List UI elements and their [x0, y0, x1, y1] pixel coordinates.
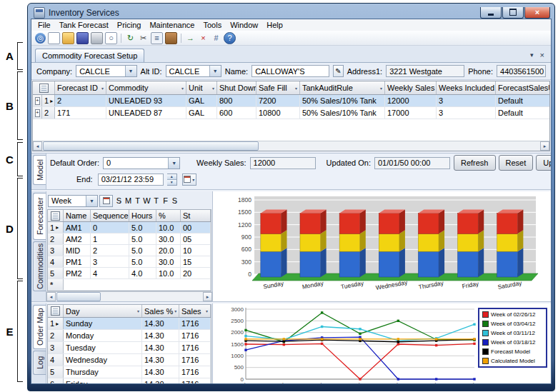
sort-filter-icon[interactable]: ▾: [294, 86, 297, 91]
weekly-sales-field[interactable]: 12000: [250, 157, 316, 169]
weekday-toggle-4[interactable]: T: [151, 196, 161, 205]
close-button[interactable]: ×: [524, 7, 550, 19]
col-header-sales[interactable]: Sales▾: [179, 305, 211, 317]
end-date-field[interactable]: 03/21/12 23:59: [98, 174, 164, 186]
delete-icon[interactable]: ×: [198, 33, 209, 44]
scroll-thumb[interactable]: [43, 141, 259, 151]
col-header-st[interactable]: St: [181, 210, 211, 221]
expand-plus-icon[interactable]: +: [35, 97, 40, 105]
save-icon[interactable]: [76, 32, 89, 44]
scroll-right-button[interactable]: ▸: [203, 292, 212, 301]
tab-order-map[interactable]: Order Map: [33, 305, 46, 349]
daypart-row[interactable]: 3MID25.020.010: [48, 245, 211, 256]
daypart-row[interactable]: 5PM244.010.020: [48, 268, 211, 279]
alt-id-combo[interactable]: CALCLE ▼: [166, 65, 221, 77]
updated-on-field[interactable]: 01/01/50 00:00: [374, 157, 450, 169]
daypart-row[interactable]: 2AM215.030.005: [48, 233, 211, 245]
tab-log[interactable]: Log: [33, 351, 46, 375]
new-icon[interactable]: [48, 32, 60, 44]
default-order-combo[interactable]: 0 ▼: [103, 157, 180, 169]
order-map-row[interactable]: 3Tuesday14.301716: [48, 342, 211, 354]
menu-pricing[interactable]: Pricing: [113, 20, 146, 30]
weekday-toggle-1[interactable]: M: [124, 196, 133, 205]
weekday-toggle-6[interactable]: S: [170, 196, 179, 205]
menu-maintenance[interactable]: Maintenance: [145, 20, 199, 30]
col-header-hours[interactable]: Hours: [129, 210, 156, 221]
scroll-left-button[interactable]: ◂: [46, 292, 56, 301]
sort-filter-icon[interactable]: ▾: [180, 86, 184, 91]
tab-commodities[interactable]: Commodities: [33, 241, 46, 291]
print-icon[interactable]: [91, 32, 103, 44]
order-map-row[interactable]: 5Thursday14.301716: [48, 366, 211, 378]
sort-filter-icon[interactable]: ▾: [204, 308, 208, 313]
chevron-down-icon[interactable]: ▼: [86, 196, 97, 206]
connect-icon[interactable]: ◎: [35, 33, 46, 44]
copy-icon[interactable]: ≡: [151, 32, 163, 44]
tab-commodity-forecast-setup[interactable]: Commodity Forecast Setup: [35, 49, 144, 62]
help-icon[interactable]: ?: [224, 32, 236, 44]
menu-window[interactable]: Window: [226, 20, 262, 30]
chevron-down-icon[interactable]: ▼: [125, 66, 136, 76]
close-tab-icon[interactable]: ×: [540, 51, 544, 59]
col-header-weeks-included[interactable]: Weeks Included▾: [437, 81, 496, 94]
sort-filter-icon[interactable]: ▾: [379, 86, 382, 91]
refresh-button[interactable]: Refresh: [454, 155, 496, 171]
calendar-edit-button[interactable]: [99, 195, 113, 207]
weekday-toggle-2[interactable]: T: [133, 196, 142, 205]
address1-field[interactable]: 3221 Westgate: [386, 65, 464, 77]
refresh-icon[interactable]: ↻: [125, 33, 136, 44]
menu-help[interactable]: Help: [262, 20, 287, 30]
col-header-day[interactable]: Day▾: [64, 305, 142, 317]
col-header-name[interactable]: Name: [64, 210, 91, 221]
edit-name-button[interactable]: ✎: [333, 65, 343, 77]
order-map-row[interactable]: 6Friday14.301716: [48, 378, 211, 384]
tab-forecaster[interactable]: Forecaster: [33, 193, 46, 240]
name-field[interactable]: CALLOWAY'S: [251, 65, 329, 77]
expand-plus-icon[interactable]: +: [35, 109, 40, 117]
company-combo[interactable]: CALCLE ▼: [76, 65, 136, 77]
weekday-toggle-3[interactable]: W: [142, 196, 151, 205]
title-bar[interactable]: Inventory Services ×: [28, 4, 554, 20]
weekday-toggle-5[interactable]: F: [161, 196, 170, 205]
col-header-forecast-id[interactable]: Forecast ID▾: [55, 81, 106, 94]
order-map-row[interactable]: 1▸Sunday14.301716: [48, 318, 211, 330]
export-icon[interactable]: →: [185, 33, 196, 44]
maximize-button[interactable]: [502, 7, 524, 19]
col-header-sales[interactable]: Sales %▾: [142, 305, 179, 317]
open-icon[interactable]: [62, 32, 74, 44]
calendar-dropdown-button[interactable]: ▾: [182, 174, 196, 186]
col-header-weekly-sales[interactable]: Weekly Sales▾: [385, 81, 437, 94]
paste-icon[interactable]: [165, 32, 177, 44]
menu-tank-forecast[interactable]: Tank Forecast: [55, 20, 113, 30]
daypart-row[interactable]: 1▸AM105.010.000: [48, 222, 211, 233]
sort-filter-icon[interactable]: ▾: [100, 86, 104, 91]
new-row[interactable]: *: [48, 279, 211, 291]
col-header-safe-fill[interactable]: Safe Fill▾: [256, 81, 300, 94]
chevron-down-icon[interactable]: ▼: [209, 66, 221, 76]
select-all-cell[interactable]: [33, 81, 55, 94]
preview-icon[interactable]: ○: [105, 32, 117, 44]
order-map-row[interactable]: 2Monday14.301716: [48, 330, 211, 342]
spin-down-icon[interactable]: ▼: [167, 180, 176, 185]
tab-model[interactable]: Model: [33, 155, 46, 185]
col-header-[interactable]: %: [156, 210, 181, 221]
minimize-button[interactable]: [480, 7, 502, 19]
col-header-forecastsalesupdaterul[interactable]: ForecastSalesUpdateRul▾: [496, 81, 550, 94]
col-header-shut-down[interactable]: Shut Down▾: [217, 81, 256, 94]
sort-filter-icon[interactable]: ▾: [173, 308, 176, 313]
chevron-down-icon[interactable]: ▾: [530, 51, 534, 59]
menu-tools[interactable]: Tools: [199, 20, 226, 30]
expand-cell[interactable]: +: [33, 95, 42, 106]
phone-field[interactable]: 4403561500: [497, 65, 546, 77]
spin-up-icon[interactable]: ▲: [167, 174, 176, 180]
scroll-thumb[interactable]: [56, 292, 101, 301]
col-header-tankauditrule[interactable]: TankAuditRule▾: [300, 81, 385, 94]
forecast-row[interactable]: +1▸2UNLEADED 93GAL800720050% Sales/10% T…: [33, 95, 549, 107]
col-header-unit[interactable]: Unit▾: [186, 81, 217, 94]
order-map-row[interactable]: 4Wednesday14.301716: [48, 354, 211, 366]
select-all-cell[interactable]: [48, 210, 64, 221]
expand-cell[interactable]: +: [33, 107, 42, 119]
sort-filter-icon[interactable]: ▾: [136, 308, 139, 313]
weekday-toggle-0[interactable]: S: [114, 196, 124, 205]
col-header-commodity[interactable]: Commodity▾: [106, 81, 186, 94]
